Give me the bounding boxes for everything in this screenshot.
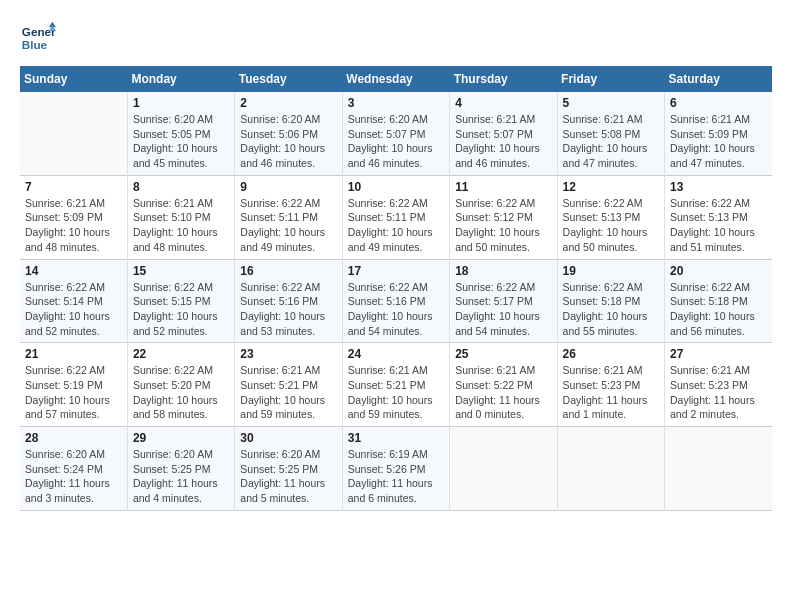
day-header-thursday: Thursday [450,66,557,92]
page-header: General Blue [20,20,772,56]
calendar-cell: 4Sunrise: 6:21 AM Sunset: 5:07 PM Daylig… [450,92,557,175]
calendar-cell: 27Sunrise: 6:21 AM Sunset: 5:23 PM Dayli… [665,343,772,427]
day-header-friday: Friday [557,66,664,92]
day-number: 28 [25,431,122,445]
logo: General Blue [20,20,56,56]
day-number: 1 [133,96,229,110]
day-header-sunday: Sunday [20,66,127,92]
day-number: 8 [133,180,229,194]
day-number: 25 [455,347,551,361]
day-info: Sunrise: 6:22 AM Sunset: 5:19 PM Dayligh… [25,363,122,422]
day-number: 2 [240,96,336,110]
day-info: Sunrise: 6:21 AM Sunset: 5:21 PM Dayligh… [240,363,336,422]
calendar-cell: 30Sunrise: 6:20 AM Sunset: 5:25 PM Dayli… [235,427,342,511]
day-number: 13 [670,180,767,194]
calendar-cell: 28Sunrise: 6:20 AM Sunset: 5:24 PM Dayli… [20,427,127,511]
day-number: 24 [348,347,444,361]
day-info: Sunrise: 6:20 AM Sunset: 5:06 PM Dayligh… [240,112,336,171]
day-number: 31 [348,431,444,445]
calendar-week-4: 21Sunrise: 6:22 AM Sunset: 5:19 PM Dayli… [20,343,772,427]
calendar-cell: 19Sunrise: 6:22 AM Sunset: 5:18 PM Dayli… [557,259,664,343]
day-number: 17 [348,264,444,278]
day-info: Sunrise: 6:22 AM Sunset: 5:18 PM Dayligh… [670,280,767,339]
calendar-week-5: 28Sunrise: 6:20 AM Sunset: 5:24 PM Dayli… [20,427,772,511]
day-header-tuesday: Tuesday [235,66,342,92]
day-info: Sunrise: 6:20 AM Sunset: 5:24 PM Dayligh… [25,447,122,506]
day-number: 30 [240,431,336,445]
calendar-cell: 26Sunrise: 6:21 AM Sunset: 5:23 PM Dayli… [557,343,664,427]
calendar-week-2: 7Sunrise: 6:21 AM Sunset: 5:09 PM Daylig… [20,175,772,259]
day-info: Sunrise: 6:22 AM Sunset: 5:14 PM Dayligh… [25,280,122,339]
day-number: 4 [455,96,551,110]
calendar-cell: 17Sunrise: 6:22 AM Sunset: 5:16 PM Dayli… [342,259,449,343]
day-number: 26 [563,347,659,361]
day-number: 11 [455,180,551,194]
day-number: 7 [25,180,122,194]
calendar-cell: 20Sunrise: 6:22 AM Sunset: 5:18 PM Dayli… [665,259,772,343]
day-info: Sunrise: 6:21 AM Sunset: 5:23 PM Dayligh… [563,363,659,422]
day-header-wednesday: Wednesday [342,66,449,92]
day-info: Sunrise: 6:22 AM Sunset: 5:11 PM Dayligh… [348,196,444,255]
calendar-cell [20,92,127,175]
day-number: 5 [563,96,659,110]
day-number: 14 [25,264,122,278]
calendar-cell: 14Sunrise: 6:22 AM Sunset: 5:14 PM Dayli… [20,259,127,343]
calendar-cell: 12Sunrise: 6:22 AM Sunset: 5:13 PM Dayli… [557,175,664,259]
day-info: Sunrise: 6:21 AM Sunset: 5:21 PM Dayligh… [348,363,444,422]
day-number: 18 [455,264,551,278]
day-info: Sunrise: 6:22 AM Sunset: 5:11 PM Dayligh… [240,196,336,255]
calendar-table: SundayMondayTuesdayWednesdayThursdayFrid… [20,66,772,511]
calendar-cell: 31Sunrise: 6:19 AM Sunset: 5:26 PM Dayli… [342,427,449,511]
day-number: 21 [25,347,122,361]
day-info: Sunrise: 6:22 AM Sunset: 5:13 PM Dayligh… [563,196,659,255]
day-info: Sunrise: 6:21 AM Sunset: 5:09 PM Dayligh… [25,196,122,255]
day-number: 16 [240,264,336,278]
calendar-cell: 10Sunrise: 6:22 AM Sunset: 5:11 PM Dayli… [342,175,449,259]
day-info: Sunrise: 6:22 AM Sunset: 5:17 PM Dayligh… [455,280,551,339]
day-info: Sunrise: 6:22 AM Sunset: 5:20 PM Dayligh… [133,363,229,422]
day-number: 20 [670,264,767,278]
day-info: Sunrise: 6:21 AM Sunset: 5:23 PM Dayligh… [670,363,767,422]
calendar-cell: 16Sunrise: 6:22 AM Sunset: 5:16 PM Dayli… [235,259,342,343]
day-number: 3 [348,96,444,110]
day-info: Sunrise: 6:20 AM Sunset: 5:25 PM Dayligh… [240,447,336,506]
calendar-cell: 3Sunrise: 6:20 AM Sunset: 5:07 PM Daylig… [342,92,449,175]
svg-text:Blue: Blue [22,38,48,51]
day-info: Sunrise: 6:20 AM Sunset: 5:05 PM Dayligh… [133,112,229,171]
day-info: Sunrise: 6:19 AM Sunset: 5:26 PM Dayligh… [348,447,444,506]
calendar-cell: 24Sunrise: 6:21 AM Sunset: 5:21 PM Dayli… [342,343,449,427]
day-info: Sunrise: 6:22 AM Sunset: 5:18 PM Dayligh… [563,280,659,339]
day-header-monday: Monday [127,66,234,92]
day-info: Sunrise: 6:21 AM Sunset: 5:22 PM Dayligh… [455,363,551,422]
calendar-cell: 13Sunrise: 6:22 AM Sunset: 5:13 PM Dayli… [665,175,772,259]
header-row: SundayMondayTuesdayWednesdayThursdayFrid… [20,66,772,92]
day-number: 10 [348,180,444,194]
calendar-cell: 22Sunrise: 6:22 AM Sunset: 5:20 PM Dayli… [127,343,234,427]
day-number: 29 [133,431,229,445]
calendar-cell: 15Sunrise: 6:22 AM Sunset: 5:15 PM Dayli… [127,259,234,343]
day-info: Sunrise: 6:22 AM Sunset: 5:15 PM Dayligh… [133,280,229,339]
calendar-cell [557,427,664,511]
calendar-cell: 25Sunrise: 6:21 AM Sunset: 5:22 PM Dayli… [450,343,557,427]
day-number: 15 [133,264,229,278]
calendar-cell: 21Sunrise: 6:22 AM Sunset: 5:19 PM Dayli… [20,343,127,427]
calendar-cell: 23Sunrise: 6:21 AM Sunset: 5:21 PM Dayli… [235,343,342,427]
day-number: 9 [240,180,336,194]
day-info: Sunrise: 6:22 AM Sunset: 5:16 PM Dayligh… [348,280,444,339]
day-number: 27 [670,347,767,361]
day-number: 6 [670,96,767,110]
calendar-cell: 1Sunrise: 6:20 AM Sunset: 5:05 PM Daylig… [127,92,234,175]
logo-icon: General Blue [20,20,56,56]
day-number: 22 [133,347,229,361]
day-info: Sunrise: 6:22 AM Sunset: 5:12 PM Dayligh… [455,196,551,255]
calendar-cell: 18Sunrise: 6:22 AM Sunset: 5:17 PM Dayli… [450,259,557,343]
day-info: Sunrise: 6:21 AM Sunset: 5:07 PM Dayligh… [455,112,551,171]
day-info: Sunrise: 6:20 AM Sunset: 5:07 PM Dayligh… [348,112,444,171]
day-number: 12 [563,180,659,194]
calendar-cell: 11Sunrise: 6:22 AM Sunset: 5:12 PM Dayli… [450,175,557,259]
day-info: Sunrise: 6:21 AM Sunset: 5:10 PM Dayligh… [133,196,229,255]
day-info: Sunrise: 6:21 AM Sunset: 5:09 PM Dayligh… [670,112,767,171]
calendar-cell: 9Sunrise: 6:22 AM Sunset: 5:11 PM Daylig… [235,175,342,259]
calendar-cell: 2Sunrise: 6:20 AM Sunset: 5:06 PM Daylig… [235,92,342,175]
day-info: Sunrise: 6:20 AM Sunset: 5:25 PM Dayligh… [133,447,229,506]
